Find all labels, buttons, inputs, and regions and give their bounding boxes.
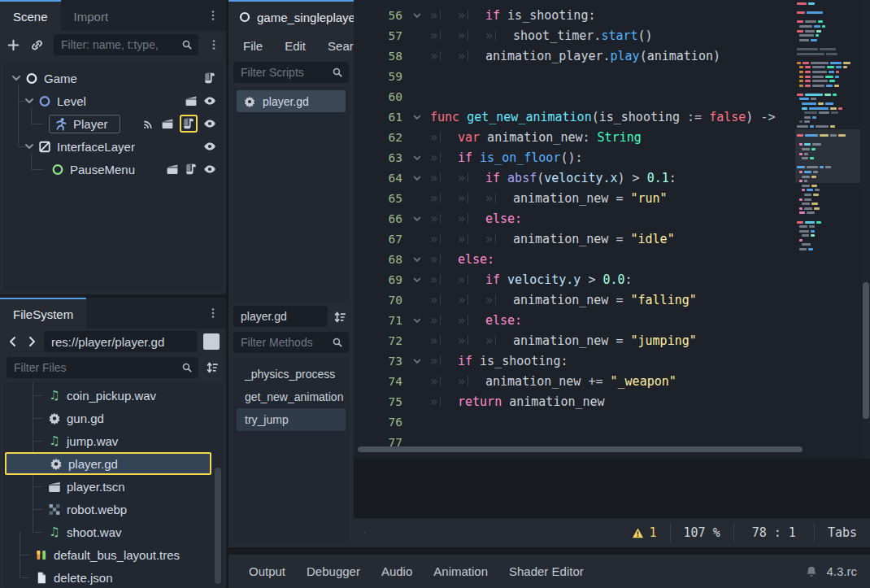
script-path-field[interactable] [233,306,328,327]
scene-node-interfacelayer[interactable]: InterfaceLayer [3,135,223,158]
fold-arrow-icon[interactable] [412,173,430,183]
code-line-73[interactable]: 73»if is_shooting: [354,351,793,371]
eye-icon[interactable] [203,163,216,176]
code-line-72[interactable]: 72»»»animation_new = "jumping" [354,330,793,351]
method-item-try_jump[interactable]: try_jump [237,408,346,431]
code-line-57[interactable]: 57»»»shoot_timer.start() [354,25,793,46]
code-line-68[interactable]: 68»else: [354,249,793,269]
fold-arrow-icon[interactable] [412,153,430,163]
script-item-player.gd[interactable]: player.gd [237,90,346,112]
scene-node-level[interactable]: Level [3,89,223,112]
horizontal-scrollbar[interactable] [354,445,860,454]
tab-filesystem[interactable]: FileSystem [0,298,86,329]
notification-bell-icon[interactable] [805,565,818,578]
scene-node-pausemenu[interactable]: PauseMenu [3,158,223,181]
zoom-indicator[interactable]: 107 % [671,518,733,547]
fold-arrow-icon[interactable] [412,275,430,285]
method-sort-button[interactable] [333,310,347,324]
scene-tree-options-button[interactable] [208,39,220,50]
movie-icon[interactable] [161,117,174,130]
code-line-66[interactable]: 66»»else: [354,208,793,229]
eye-icon[interactable] [203,140,216,153]
code-line-56[interactable]: 56»»if is_shooting: [354,5,793,25]
file-sort-button[interactable] [205,360,220,375]
code-line-70[interactable]: 70»»»animation_new = "falling" [354,290,793,310]
code-line-63[interactable]: 63»if is_on_floor(): [354,147,793,168]
file-item-coin_pickup.wav[interactable]: ♫coin_pickup.wav [3,384,223,407]
eye-icon[interactable] [203,117,216,130]
code-minimap[interactable] [795,2,860,450]
fold-arrow-icon[interactable] [412,255,430,264]
code-line-71[interactable]: 71»»else: [354,310,793,330]
expand-arrow-icon[interactable] [23,94,36,107]
bottom-tab-animation[interactable]: Animation [423,560,498,583]
filter-files-input[interactable] [7,357,198,378]
vertical-scrollbar[interactable] [862,0,870,459]
code-line-65[interactable]: 65»»»animation_new = "run" [354,188,793,208]
filesystem-menu-button[interactable] [205,305,221,321]
signal-icon[interactable] [142,117,155,130]
tab-import[interactable]: Import [61,0,122,31]
minimap-viewport[interactable] [795,129,860,183]
file-item-default_bus_layout.tres[interactable]: default_bus_layout.tres [3,543,223,566]
file-item-delete.json[interactable]: delete.json [3,566,223,588]
fold-arrow-icon[interactable] [412,356,430,366]
scene-node-game[interactable]: Game [3,67,223,89]
script-icon[interactable] [185,163,198,176]
bottom-tab-audio[interactable]: Audio [371,560,423,583]
fold-arrow-icon[interactable] [412,316,430,325]
bottom-tab-debugger[interactable]: Debugger [296,560,371,583]
file-tree-scrollbar[interactable] [215,468,221,584]
script-icon[interactable] [203,72,216,85]
add-node-button[interactable] [7,38,20,52]
code-line-62[interactable]: 62»var animation_new: String [354,127,793,147]
version-label[interactable]: 4.3.rc [826,564,860,578]
bottom-tab-output[interactable]: Output [238,560,296,583]
scene-dock-menu-button[interactable] [205,7,221,24]
warnings-indicator[interactable]: 1 [619,518,670,547]
expand-arrow-icon[interactable] [10,72,23,85]
file-item-jump.wav[interactable]: ♫jump.wav [3,429,223,452]
eye-icon[interactable] [203,94,216,107]
indent-mode[interactable]: Tabs [815,518,870,547]
file-item-gun.gd[interactable]: gun.gd [3,407,223,429]
code-line-64[interactable]: 64»»if absf(velocity.x) > 0.1: [354,168,793,188]
scene-node-player[interactable]: Player [3,112,223,135]
fold-arrow-icon[interactable] [412,11,430,20]
code-line-59[interactable]: 59 [354,66,793,86]
menu-edit[interactable]: Edit [285,39,306,53]
nav-back-button[interactable] [7,335,20,348]
movie-icon[interactable] [185,94,198,107]
fold-arrow-icon[interactable] [412,214,430,224]
vertical-scrollbar-thumb[interactable] [863,282,869,419]
bottom-tab-shader-editor[interactable]: Shader Editor [498,560,594,583]
nav-forward-button[interactable] [25,335,38,348]
selected-node-outline[interactable]: Player [49,115,120,133]
scene-filter-input[interactable] [54,34,198,55]
file-item-robot.webp[interactable]: robot.webp [3,498,223,520]
file-item-player.gd[interactable]: player.gd [5,452,211,475]
code-line-69[interactable]: 69»»if velocity.y > 0.0: [354,269,793,290]
method-item-_physics_process[interactable]: _physics_process [237,363,346,385]
toggle-scripts-panel-button[interactable] [354,527,365,538]
code-editor[interactable]: 56»»if is_shooting:57»»»shoot_timer.star… [354,0,870,459]
filesystem-path-field[interactable] [44,331,198,352]
file-item-player.tscn[interactable]: player.tscn [3,475,223,498]
code-line-61[interactable]: 61func get_new_animation(is_shooting := … [354,107,793,127]
script-icon[interactable] [182,117,195,130]
code-line-60[interactable]: 60 [354,86,793,107]
code-line-58[interactable]: 58»»animation_player.play(animation) [354,46,793,66]
code-line-74[interactable]: 74»»animation_new += "_weapon" [354,371,793,391]
toggle-split-mode-button[interactable] [203,333,220,350]
movie-icon[interactable] [166,163,179,176]
code-line-76[interactable]: 76 [354,412,793,432]
code-line-75[interactable]: 75»return animation_new [354,391,793,412]
code-line-67[interactable]: 67»»»animation_new = "idle" [354,229,793,249]
menu-file[interactable]: File [243,39,263,53]
file-item-shoot.wav[interactable]: ♫shoot.wav [3,520,223,543]
cursor-position[interactable]: 78 : 1 [734,518,814,547]
instantiate-scene-button[interactable] [30,38,44,52]
expand-arrow-icon[interactable] [23,140,36,153]
method-item-get_new_animation[interactable]: get_new_animation [237,385,346,408]
tab-scene[interactable]: Scene [0,0,61,31]
